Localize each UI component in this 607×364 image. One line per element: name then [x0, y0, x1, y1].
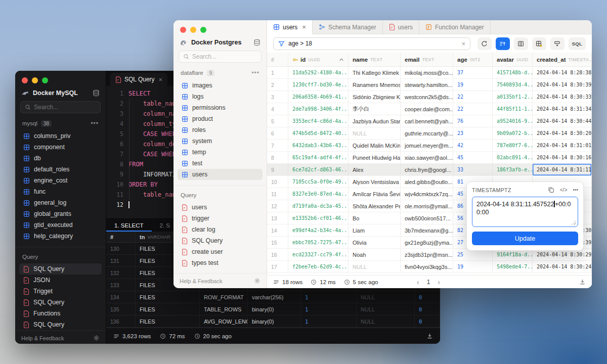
sidebar-table-permissions[interactable]: permissions — [178, 102, 263, 113]
cell[interactable]: 7540893d-4.. — [493, 79, 533, 90]
table-row[interactable]: 3206a0358-4b69-41..Sidónio Zbigniew K...… — [267, 91, 592, 103]
close-tab-icon[interactable]: × — [159, 76, 163, 83]
cell[interactable]: 2024-04-14 8:30:39.21... — [533, 79, 592, 90]
result-tab-1-select[interactable]: 1. SELECT — [106, 219, 152, 232]
sidebar-table-help-category[interactable]: help_category — [19, 231, 102, 242]
table-row[interactable]: 42de7a998-3406-4f..李小白cooper.dale@com...… — [267, 103, 592, 115]
close-window-button[interactable] — [180, 27, 186, 33]
cell[interactable]: 5498ede4-7.. — [493, 261, 533, 272]
cell-value-editor[interactable]: 2024-04-14 8:31:11.457522+00:00:00 — [472, 197, 578, 227]
cell[interactable]: Bo — [349, 212, 401, 224]
cell[interactable]: aled.gibbs@outlo... — [401, 176, 453, 188]
sidebar-table-users[interactable]: users — [178, 169, 263, 180]
cell[interactable]: carl.bennett@yah... — [401, 115, 453, 127]
copy-icon[interactable] — [548, 187, 554, 193]
cell[interactable]: Sidónio Zbigniew K... — [349, 91, 401, 103]
minimize-window-button[interactable] — [190, 27, 196, 33]
cell[interactable]: Alyson Ventsislava ... — [349, 176, 401, 188]
cell[interactable]: jomuel.meyer@m... — [401, 140, 453, 151]
cell[interactable]: stewarty.hamilton... — [401, 79, 453, 90]
sidebar-query-trigger[interactable]: trigger — [178, 213, 263, 224]
tab-sql-query[interactable]: SQL Query × — [110, 73, 167, 86]
cell[interactable]: 3353ecf4-c86d-4a.. — [288, 115, 349, 127]
cell[interactable]: binary(0) — [248, 303, 301, 315]
minimize-window-button[interactable] — [32, 77, 38, 83]
cell[interactable]: 2024-04-14 8:30:33.69... — [533, 91, 592, 103]
sort-button[interactable] — [496, 37, 510, 50]
database-icon[interactable] — [93, 89, 100, 97]
tab-function-manager[interactable]: Function Manager — [419, 20, 491, 34]
cell[interactable]: 02abc891-4.. — [493, 152, 533, 163]
cell[interactable]: 1230cff7-bd30-4e.. — [288, 79, 349, 90]
cell[interactable]: 37 — [453, 67, 493, 78]
cell[interactable]: 33 — [453, 164, 493, 175]
table-row[interactable]: 76432dab3-43b6-43..Quidel Malin McKinl..… — [267, 140, 592, 152]
schema-label[interactable]: mysql — [22, 120, 37, 126]
cell[interactable]: d719fa0a-dc3a-45.. — [288, 200, 349, 212]
sidebar-query-types-test[interactable]: types test — [178, 257, 263, 268]
cell[interactable]: 135 — [106, 303, 136, 315]
more-menu-icon[interactable]: ••• — [251, 69, 259, 76]
cell[interactable]: Alex — [349, 164, 401, 175]
cell[interactable]: 1 — [301, 303, 357, 315]
zoom-window-button[interactable] — [200, 27, 206, 33]
sidebar-query-clear-log[interactable]: clear log — [178, 224, 263, 235]
cell[interactable]: varchar(256) — [248, 291, 301, 303]
filter-input[interactable]: age > 18 × — [273, 37, 470, 50]
columns-button[interactable] — [514, 37, 528, 50]
cell[interactable]: FILES — [136, 303, 200, 315]
tab-users[interactable]: users× — [267, 20, 313, 34]
cell[interactable]: chris.frye@googl... — [401, 164, 453, 175]
cell[interactable]: Puneet Hludwig Ha... — [349, 152, 401, 163]
cell[interactable]: 2024-04-14 8:31:34.50... — [533, 103, 592, 115]
sidebar-query-sql-query[interactable]: SQL Query — [178, 235, 263, 246]
prev-page-icon[interactable]: ‹ — [417, 278, 419, 286]
cell[interactable]: FILES — [136, 291, 200, 303]
cell[interactable]: 0 — [415, 303, 440, 315]
cell[interactable]: 787e80f7-6.. — [493, 140, 533, 151]
cell[interactable]: AVG_ROW_LENGTH — [200, 315, 248, 327]
cell[interactable]: westconn2k5@ds... — [401, 91, 453, 103]
cell[interactable]: 0 — [415, 291, 440, 303]
cell[interactable]: 23 — [453, 127, 493, 139]
cell[interactable]: ebbc7052-7275-47.. — [288, 237, 349, 248]
sidebar-query-sql-query[interactable]: SQL Query — [19, 319, 102, 330]
sidebar-query-create-user[interactable]: create user — [178, 246, 263, 257]
cell[interactable]: cooper.dale@com... — [401, 103, 453, 115]
cell[interactable]: Ranamers Mnemos... — [349, 79, 401, 90]
sidebar-table-gtid-executed[interactable]: gtid_executed — [19, 219, 102, 231]
cell[interactable]: 李小白 — [349, 103, 401, 115]
cell[interactable]: 130 — [106, 243, 136, 254]
sidebar-table-func[interactable]: func — [19, 186, 102, 197]
table-row[interactable]: 135FILESTABLE_ROWSbinary(0)1NULL0 — [106, 303, 440, 315]
cell[interactable]: gx21eg8uzj@yma... — [401, 237, 453, 248]
close-window-button[interactable] — [22, 77, 28, 83]
close-tab-icon[interactable]: × — [302, 23, 306, 31]
column-header-id[interactable]: idUUID — [288, 53, 349, 66]
sidebar-search-input[interactable]: Search... — [20, 101, 101, 113]
add-row-button[interactable] — [550, 37, 565, 50]
cell[interactable]: # — [106, 232, 136, 242]
sidebar-table-logs[interactable]: logs — [178, 91, 263, 102]
cell[interactable]: 22 — [453, 91, 493, 103]
cell[interactable]: 22 — [453, 103, 493, 115]
cell[interactable]: 2024-04-14 8:30:24.51... — [533, 261, 592, 272]
cell[interactable]: 134 — [106, 291, 136, 303]
cell[interactable]: Shōta Alexander Pe... — [349, 200, 401, 212]
sidebar-query-functions[interactable]: Functions — [19, 308, 102, 319]
clear-filter-icon[interactable]: × — [461, 40, 465, 48]
cell[interactable]: e99df4a2-b34c-4a.. — [288, 224, 349, 236]
cell[interactable]: z3sjdb31pr@msn.... — [401, 249, 453, 260]
help-feedback-link[interactable]: Help & Feedback — [21, 335, 64, 341]
update-button[interactable]: Update — [472, 232, 578, 245]
sidebar-table-product[interactable]: product — [178, 113, 263, 124]
settings-gear-icon[interactable] — [93, 335, 100, 341]
cell[interactable]: 136 — [106, 315, 136, 327]
cell[interactable]: Jazbiya Audun Stark — [349, 115, 401, 127]
cell[interactable]: Quidel Malin McKinl... — [349, 140, 401, 151]
table-row[interactable]: 111da5292-4180-4a..Thi Katlego Klimekmik… — [267, 67, 592, 79]
column-header-name[interactable]: nameTEXT — [349, 53, 401, 66]
sidebar-table-temp[interactable]: temp — [178, 147, 263, 158]
column-header-email[interactable]: emailTEXT — [401, 53, 453, 66]
table-row[interactable]: 21230cff7-bd30-4e..Ranamers Mnemos...ste… — [267, 79, 592, 91]
